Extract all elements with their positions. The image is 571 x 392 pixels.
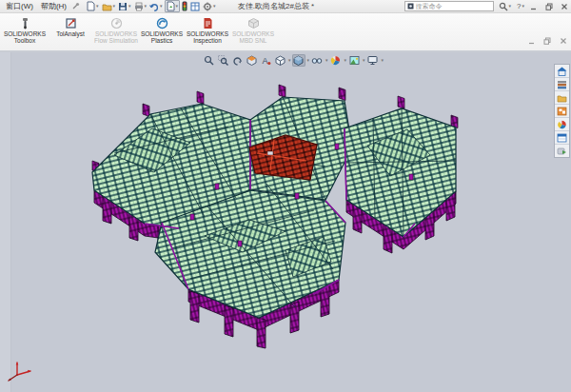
view-orientation-icon[interactable]	[273, 54, 286, 67]
display-style-icon[interactable]	[292, 54, 305, 67]
design-library-tab[interactable]	[555, 78, 569, 91]
doc-close-button[interactable]	[560, 31, 567, 49]
search-magnifier-icon[interactable]: ▾	[498, 1, 513, 11]
file-explorer-tab[interactable]	[555, 91, 569, 105]
previous-view-icon[interactable]	[230, 54, 244, 67]
ribbon-button-label: SOLIDWORKS Toolbox	[2, 30, 48, 45]
zoom-to-fit-icon[interactable]	[202, 54, 215, 67]
building-formwork-model	[92, 85, 458, 348]
ribbon-button-label: SOLIDWORKS Flow Simulation	[93, 30, 139, 45]
document-window-controls	[528, 31, 567, 49]
custom-properties-tab[interactable]	[555, 131, 569, 145]
inspection-icon	[201, 16, 215, 29]
solidworks-window: 窗口(W) 帮助(H) ▾ ▾ ▾ ▾ ▾ ▾	[0, 0, 571, 392]
save-button[interactable]: ▾	[117, 1, 132, 11]
graphics-viewport[interactable]: A ▾ ▾ ▾ ▾ ▾ ▾	[0, 52, 571, 392]
ribbon-button-flow-simulation: SOLIDWORKS Flow Simulation	[93, 14, 139, 45]
ribbon-button-plastics[interactable]: SOLIDWORKS Plastics	[139, 14, 185, 45]
menu-window[interactable]: 窗口(W)	[3, 1, 36, 11]
ribbon-addins: SOLIDWORKS Toolbox TolAnalyst SOLIDWORKS…	[0, 13, 571, 52]
section-view-icon[interactable]	[245, 54, 258, 67]
menu-help[interactable]: 帮助(H)	[38, 1, 69, 11]
headsup-view-toolbar: A ▾ ▾ ▾ ▾ ▾ ▾	[202, 54, 384, 67]
command-search[interactable]	[404, 1, 494, 11]
view-settings-icon[interactable]	[366, 54, 380, 67]
help-button[interactable]: ?▾	[516, 1, 525, 11]
hide-show-items-icon[interactable]	[310, 54, 324, 67]
model-3d-view[interactable]	[0, 52, 571, 392]
flow-simulation-icon	[109, 16, 124, 29]
traffic-light-icon[interactable]	[181, 1, 188, 11]
edit-appearance-icon[interactable]	[329, 54, 343, 67]
ribbon-button-label: SOLIDWORKS Plastics	[139, 30, 185, 45]
view-palette-tab[interactable]	[555, 105, 569, 118]
ribbon-button-label: TolAnalyst	[56, 30, 85, 37]
appearances-scenes-tab[interactable]	[555, 118, 569, 131]
mbd-snl-icon	[246, 16, 261, 29]
print-button[interactable]: ▾	[133, 1, 148, 11]
minimize-button[interactable]	[529, 2, 538, 10]
rebuild-button[interactable]: ▾	[165, 0, 181, 12]
core-opening	[267, 151, 273, 155]
ribbon-button-tolanalyst[interactable]: TolAnalyst	[48, 14, 93, 37]
pin-icon[interactable]	[71, 2, 80, 10]
doc-minimize-button[interactable]	[528, 31, 535, 49]
ribbon-button-mbd-snl: SOLIDWORKS MBD SNL	[230, 14, 276, 45]
svg-text:A: A	[262, 56, 267, 66]
close-button[interactable]	[560, 2, 568, 10]
dynamic-annotation-icon[interactable]: A	[259, 54, 272, 67]
ribbon-button-solidworks-toolbox[interactable]: SOLIDWORKS Toolbox	[2, 14, 48, 45]
restore-button[interactable]	[544, 2, 553, 10]
apply-scene-icon[interactable]	[347, 54, 361, 67]
task-pane-tabs	[554, 64, 570, 158]
ribbon-button-inspection[interactable]: SOLIDWORKS Inspection	[185, 14, 230, 45]
quick-toolbar: ▾ ▾ ▾ ▾ ▾ ▾ ▾	[86, 0, 217, 12]
solidworks-logo-icon	[407, 3, 414, 10]
forum-tab[interactable]	[555, 145, 569, 157]
open-button[interactable]: ▾	[101, 1, 117, 11]
grid-view-button[interactable]	[189, 1, 201, 11]
new-document-button[interactable]: ▾	[86, 1, 100, 11]
solidworks-resources-tab[interactable]	[555, 65, 569, 78]
zoom-to-area-icon[interactable]	[216, 54, 229, 67]
doc-restore-button[interactable]	[543, 31, 551, 49]
plastics-icon	[155, 16, 169, 29]
titlebar-right: ▾ ?▾	[404, 1, 568, 11]
ribbon-button-label: SOLIDWORKS MBD SNL	[230, 30, 276, 45]
toolbox-icon	[18, 16, 32, 29]
titlebar: 窗口(W) 帮助(H) ▾ ▾ ▾ ▾ ▾ ▾	[0, 0, 571, 13]
reference-triad	[9, 363, 30, 381]
window-controls	[529, 2, 568, 10]
undo-button[interactable]: ▾	[148, 1, 164, 11]
search-input[interactable]	[416, 3, 477, 10]
ribbon-button-label: SOLIDWORKS Inspection	[185, 30, 230, 45]
tolanalyst-icon	[64, 16, 78, 29]
options-gear-button[interactable]: ▾	[202, 1, 217, 11]
